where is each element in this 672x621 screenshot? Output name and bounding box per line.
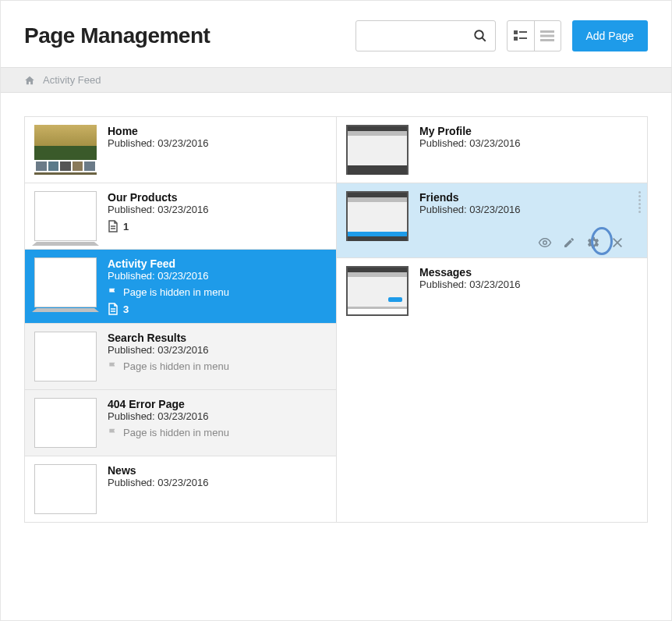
page-thumbnail: [34, 398, 97, 448]
search-button[interactable]: [465, 20, 496, 51]
page-published: Published: 03/23/2016: [108, 270, 327, 282]
page-info: My Profile Published: 03/23/2016: [419, 125, 638, 175]
page-card-home[interactable]: Home Published: 03/23/2016: [25, 117, 336, 183]
svg-rect-3: [519, 31, 527, 33]
page-name: Home: [108, 125, 327, 137]
page-published: Published: 03/23/2016: [419, 279, 638, 290]
svg-point-13: [543, 241, 547, 245]
flag-icon: [108, 287, 118, 298]
page-count-icon: [108, 303, 118, 315]
page-info: Our Products Published: 03/23/2016 1: [108, 191, 327, 241]
svg-rect-7: [540, 35, 554, 37]
page-name: Our Products: [108, 191, 327, 204]
hidden-in-menu: Page is hidden in menu: [108, 427, 327, 438]
page-info: 404 Error Page Published: 03/23/2016 Pag…: [108, 398, 327, 448]
header-actions: Add Page: [355, 20, 649, 51]
page-card-my-profile[interactable]: My Profile Published: 03/23/2016: [337, 117, 647, 183]
close-icon[interactable]: [611, 236, 624, 249]
page-info: Home Published: 03/23/2016: [108, 125, 327, 175]
view-toggle: [507, 20, 561, 51]
page-name: Friends: [419, 191, 638, 204]
page-published: Published: 03/23/2016: [108, 410, 327, 422]
page-published: Published: 03/23/2016: [108, 204, 327, 215]
page-name: Messages: [419, 266, 638, 279]
view-toggle-list[interactable]: [534, 21, 561, 51]
page-title: Page Management: [24, 23, 210, 48]
page-info: Search Results Published: 03/23/2016 Pag…: [108, 332, 327, 381]
search: [355, 20, 496, 51]
page-thumbnail: [34, 125, 97, 175]
child-count: 3: [108, 303, 327, 315]
page-grid: Home Published: 03/23/2016 Our Products …: [24, 116, 648, 523]
flag-icon: [108, 428, 118, 438]
column-left: Home Published: 03/23/2016 Our Products …: [25, 117, 336, 522]
breadcrumb-label[interactable]: Activity Feed: [43, 74, 101, 86]
page-info: Messages Published: 03/23/2016: [419, 266, 638, 316]
hidden-in-menu: Page is hidden in menu: [108, 360, 327, 372]
page-info: News Published: 03/23/2016: [108, 464, 327, 514]
content: Home Published: 03/23/2016 Our Products …: [1, 93, 671, 546]
list-view-icon: [540, 30, 554, 41]
page-name: News: [108, 464, 327, 477]
header: Page Management Add Page: [1, 1, 671, 67]
page-card-news[interactable]: News Published: 03/23/2016: [25, 456, 336, 522]
svg-rect-6: [540, 30, 554, 33]
page-card-search-results[interactable]: Search Results Published: 03/23/2016 Pag…: [25, 324, 336, 390]
page-thumbnail: [34, 464, 97, 514]
page-thumbnail: [34, 332, 97, 381]
page-thumbnail: [34, 257, 97, 307]
page-thumbnail: [34, 191, 97, 241]
view-toggle-cards[interactable]: [508, 21, 534, 51]
gear-icon[interactable]: [586, 236, 600, 250]
page-count-icon: [108, 220, 118, 232]
page-card-404[interactable]: 404 Error Page Published: 03/23/2016 Pag…: [25, 390, 336, 456]
pencil-icon[interactable]: [563, 236, 575, 249]
page-thumbnail: [346, 191, 409, 241]
page-card-activity-feed[interactable]: Activity Feed Published: 03/23/2016 Page…: [25, 250, 336, 324]
svg-rect-2: [514, 30, 518, 34]
page-info: Activity Feed Published: 03/23/2016 Page…: [108, 257, 327, 315]
page-management-app: Page Management Add Page Activity Feed: [0, 0, 672, 621]
page-name: Search Results: [108, 332, 327, 344]
child-count: 1: [108, 220, 327, 232]
page-card-friends[interactable]: Friends Published: 03/23/2016: [337, 183, 647, 258]
svg-line-1: [482, 38, 485, 41]
page-published: Published: 03/23/2016: [419, 137, 638, 149]
page-published: Published: 03/23/2016: [108, 477, 327, 488]
breadcrumb: Activity Feed: [1, 67, 671, 93]
page-published: Published: 03/23/2016: [108, 344, 327, 356]
page-card-our-products[interactable]: Our Products Published: 03/23/2016 1: [25, 183, 336, 250]
flag-icon: [108, 361, 118, 372]
add-page-button[interactable]: Add Page: [572, 20, 649, 51]
search-icon: [473, 29, 487, 43]
svg-rect-8: [540, 39, 554, 41]
cards-view-icon: [514, 30, 528, 41]
home-icon: [24, 75, 35, 86]
card-actions: [538, 236, 624, 250]
column-right: My Profile Published: 03/23/2016 Friends…: [336, 117, 647, 522]
page-thumbnail: [346, 266, 409, 316]
svg-rect-4: [514, 37, 518, 41]
page-published: Published: 03/23/2016: [419, 204, 638, 215]
svg-point-0: [475, 30, 483, 39]
hidden-in-menu: Page is hidden in menu: [108, 286, 327, 298]
page-name: Activity Feed: [108, 257, 327, 270]
page-card-messages[interactable]: Messages Published: 03/23/2016: [337, 258, 647, 324]
page-name: 404 Error Page: [108, 398, 327, 410]
page-published: Published: 03/23/2016: [108, 137, 327, 149]
page-name: My Profile: [419, 125, 638, 137]
page-thumbnail: [346, 125, 409, 175]
drag-handle[interactable]: [638, 191, 641, 213]
eye-icon[interactable]: [538, 236, 552, 250]
svg-rect-5: [519, 37, 527, 39]
